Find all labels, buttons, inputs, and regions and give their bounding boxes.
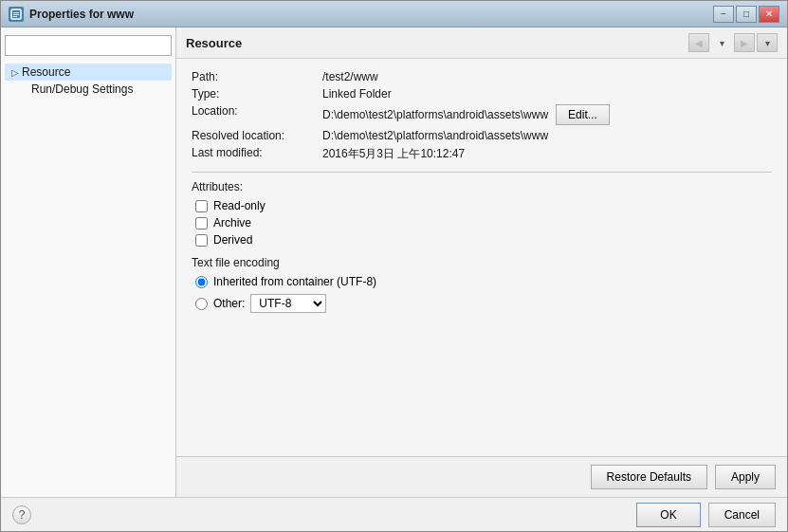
attributes-section: Attributes: Read-only Archive Derived — [192, 180, 772, 247]
path-label: Path: — [192, 70, 315, 83]
properties-window: Properties for www − □ ✕ ▷ Resource Run/… — [0, 0, 788, 532]
resolved-label: Resolved location: — [192, 129, 315, 142]
readonly-checkbox[interactable] — [195, 200, 208, 212]
panel-footer: Restore Defaults Apply — [176, 456, 787, 497]
derived-label: Derived — [213, 233, 252, 247]
derived-checkbox[interactable] — [195, 234, 208, 247]
svg-rect-2 — [13, 14, 19, 15]
modified-value: 2016年5月3日 上午10:12:47 — [322, 146, 772, 162]
bottom-bar: ? OK Cancel — [1, 497, 787, 531]
type-label: Type: — [192, 87, 315, 101]
archive-row: Archive — [192, 216, 772, 229]
tree-arrow-resource: ▷ — [9, 65, 22, 79]
ok-button[interactable]: OK — [636, 503, 700, 527]
derived-row: Derived — [192, 233, 772, 247]
panel-title: Resource — [186, 36, 242, 50]
location-label: Location: — [192, 104, 315, 125]
cancel-button[interactable]: Cancel — [708, 503, 776, 527]
readonly-label: Read-only — [213, 199, 266, 212]
sidebar-label-rundebug: Run/Debug Settings — [31, 83, 168, 96]
other-radio[interactable] — [195, 298, 208, 310]
window-controls: − □ ✕ — [713, 6, 779, 23]
info-grid: Path: /test2/www Type: Linked Folder Loc… — [192, 70, 772, 162]
resolved-value: D:\demo\test2\platforms\android\assets\w… — [322, 129, 772, 142]
restore-defaults-button[interactable]: Restore Defaults — [591, 465, 707, 489]
sidebar: ▷ Resource Run/Debug Settings — [1, 28, 176, 497]
edit-button[interactable]: Edit... — [556, 104, 610, 125]
separator-nav: ▾ — [711, 33, 732, 52]
forward-button[interactable]: ▶ — [734, 33, 755, 52]
help-icon[interactable]: ? — [12, 505, 31, 524]
inherited-radio-row: Inherited from container (UTF-8) — [192, 275, 772, 288]
maximize-button[interactable]: □ — [736, 6, 757, 23]
attributes-label: Attributes: — [192, 180, 772, 193]
inherited-label: Inherited from container (UTF-8) — [213, 275, 376, 288]
back-button[interactable]: ◀ — [688, 33, 709, 52]
modified-label: Last modified: — [192, 146, 315, 162]
readonly-row: Read-only — [192, 199, 772, 212]
path-value: /test2/www — [322, 70, 772, 83]
search-input[interactable] — [5, 35, 172, 56]
archive-checkbox[interactable] — [195, 217, 208, 229]
apply-button[interactable]: Apply — [715, 465, 776, 489]
location-row: D:\demo\test2\platforms\android\assets\w… — [322, 104, 772, 125]
type-value: Linked Folder — [322, 87, 772, 101]
nav-arrows: ◀ ▾ ▶ ▾ — [688, 33, 778, 52]
title-bar: Properties for www − □ ✕ — [1, 1, 787, 28]
nav-dropdown-button[interactable]: ▾ — [757, 33, 778, 52]
other-radio-row: Other: UTF-8 UTF-16 ISO-8859-1 US-ASCII — [192, 294, 772, 313]
encoding-section: Text file encoding Inherited from contai… — [192, 256, 772, 313]
sidebar-item-resource[interactable]: ▷ Resource — [5, 64, 172, 81]
sidebar-item-rundebug[interactable]: Run/Debug Settings — [5, 81, 172, 98]
minimize-button[interactable]: − — [713, 6, 734, 23]
svg-rect-3 — [13, 16, 17, 17]
encoding-select[interactable]: UTF-8 UTF-16 ISO-8859-1 US-ASCII — [250, 294, 326, 313]
window-icon — [9, 7, 24, 22]
main-content: ▷ Resource Run/Debug Settings Resource ◀… — [1, 28, 787, 497]
archive-label: Archive — [213, 216, 251, 229]
inherited-radio[interactable] — [195, 276, 208, 288]
panel-body: Path: /test2/www Type: Linked Folder Loc… — [176, 59, 787, 456]
right-panel: Resource ◀ ▾ ▶ ▾ Path: /test2/www Type: … — [176, 28, 787, 497]
sidebar-label-resource: Resource — [22, 65, 168, 79]
divider-1 — [192, 172, 772, 173]
svg-rect-1 — [13, 12, 19, 13]
other-label: Other: — [213, 297, 245, 310]
location-value: D:\demo\test2\platforms\android\assets\w… — [322, 108, 548, 121]
panel-header: Resource ◀ ▾ ▶ ▾ — [176, 28, 787, 59]
encoding-label: Text file encoding — [192, 256, 772, 269]
window-title: Properties for www — [29, 8, 713, 21]
close-button[interactable]: ✕ — [759, 6, 779, 23]
